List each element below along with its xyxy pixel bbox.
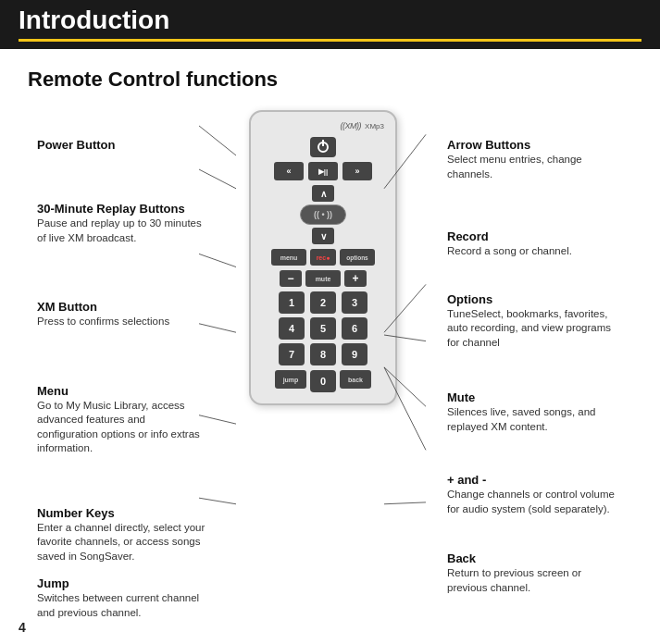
power-icon [318, 142, 329, 153]
num-4-button[interactable]: 4 [279, 317, 305, 340]
menu-row: menu rec● options [258, 249, 388, 266]
power-row [258, 137, 388, 157]
label-arrow-buttons: Arrow Buttons Select menu entries, chang… [447, 138, 623, 181]
label-jump: Jump Switches between current channel an… [37, 576, 208, 620]
numpad-row-3: 7 8 9 [279, 343, 367, 365]
label-back: Back Return to previous screen or previo… [447, 551, 623, 595]
label-record: Record Record a song or channel. [447, 229, 623, 259]
power-button[interactable] [310, 137, 336, 157]
volume-row: − mute + [258, 270, 388, 287]
bottom-row: jump 0 back [258, 370, 388, 392]
num-9-button[interactable]: 9 [342, 343, 367, 365]
label-replay-buttons: 30-Minute Replay Buttons Pause and repla… [37, 202, 208, 245]
label-options: Options TuneSelect, bookmarks, favorites… [447, 292, 623, 351]
page-number: 4 [19, 620, 26, 635]
nav-down-button[interactable]: ∨ [312, 228, 334, 244]
num-5-button[interactable]: 5 [310, 317, 336, 340]
label-number-keys: Number Keys Enter a channel directly, se… [37, 506, 208, 564]
back-button[interactable]: back [340, 370, 371, 389]
header: Introduction [0, 0, 660, 49]
num-1-button[interactable]: 1 [279, 291, 305, 314]
numpad: 1 2 3 4 5 6 7 8 9 [258, 291, 388, 365]
remote-diagram: Power Button 30-Minute Replay Buttons Pa… [28, 110, 632, 633]
label-xm-button: XM Button Press to confirms selections [37, 300, 208, 329]
num-6-button[interactable]: 6 [342, 317, 367, 340]
xm-button[interactable]: (( • )) [300, 204, 346, 225]
numpad-row-2: 4 5 6 [279, 317, 367, 340]
num-3-button[interactable]: 3 [342, 291, 367, 314]
section-title: Remote Control functions [28, 68, 632, 92]
xm-logo: ((XM)) [341, 121, 362, 130]
plus-button[interactable]: + [344, 270, 367, 287]
label-mute: Mute Silences live, saved songs, and rep… [447, 390, 623, 434]
main-content: Remote Control functions Power Button 30… [0, 49, 660, 644]
play-pause-button[interactable]: ▶|| [308, 162, 338, 180]
remote-control: ((XM)) XMp3 « ▶|| » [249, 110, 397, 405]
right-labels: Arrow Buttons Select menu entries, chang… [438, 110, 623, 633]
rewind-button[interactable]: « [274, 162, 304, 180]
page-title: Introduction [19, 6, 641, 35]
num-8-button[interactable]: 8 [310, 343, 336, 365]
remote-brand: ((XM)) XMp3 [258, 121, 388, 130]
rec-button[interactable]: rec● [310, 249, 336, 266]
num-7-button[interactable]: 7 [279, 343, 305, 365]
xmp3-label: XMp3 [365, 122, 384, 130]
num-2-button[interactable]: 2 [310, 291, 336, 314]
mute-button[interactable]: mute [305, 270, 341, 287]
num-0-button[interactable]: 0 [310, 370, 336, 392]
label-menu: Menu Go to My Music Library, access adva… [37, 384, 208, 456]
nav-up-button[interactable]: ∧ [312, 185, 334, 202]
forward-button[interactable]: » [342, 162, 372, 180]
left-labels: Power Button 30-Minute Replay Buttons Pa… [37, 110, 208, 633]
nav-section: ∧ (( • )) ∨ [258, 185, 388, 244]
options-button[interactable]: options [340, 249, 375, 266]
jump-button[interactable]: jump [275, 370, 306, 389]
label-power-button: Power Button [37, 138, 208, 152]
remote-wrapper: ((XM)) XMp3 « ▶|| » [208, 110, 438, 633]
transport-row: « ▶|| » [258, 162, 388, 180]
label-plus-minus: + and - Change channels or control volum… [447, 473, 623, 516]
numpad-row-1: 1 2 3 [279, 291, 367, 314]
menu-button[interactable]: menu [271, 249, 306, 266]
xm-button-label: (( • )) [314, 210, 332, 219]
annotations-layout: Power Button 30-Minute Replay Buttons Pa… [28, 110, 632, 633]
minus-button[interactable]: − [280, 270, 302, 287]
